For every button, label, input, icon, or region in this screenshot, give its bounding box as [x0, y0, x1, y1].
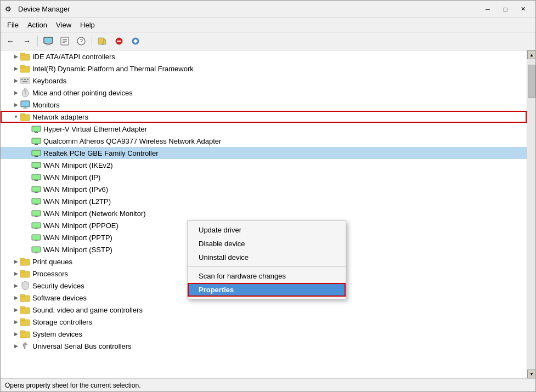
svg-rect-21 — [20, 78, 30, 83]
status-bar: Opens property sheet for the current sel… — [1, 378, 535, 391]
tree-item-qualcomm[interactable]: Qualcomm Atheros QCA9377 Wireless Networ… — [1, 135, 527, 147]
svg-rect-33 — [20, 113, 25, 116]
update-toolbar-button[interactable] — [128, 34, 143, 48]
expand-mice[interactable]: ▶ — [12, 88, 20, 97]
svg-rect-31 — [23, 108, 27, 109]
svg-rect-22 — [21, 79, 23, 80]
folder-icon-print — [20, 257, 30, 266]
device-tree[interactable]: ▶ IDE ATA/ATAPI controllers ▶ Intel(R) D… — [1, 50, 527, 378]
tree-item-mice[interactable]: ▶ Mice and other pointing devices — [1, 87, 527, 99]
svg-rect-55 — [32, 211, 41, 216]
network-device-icon-wan-ip — [31, 172, 41, 182]
svg-rect-37 — [32, 138, 41, 144]
svg-rect-68 — [20, 258, 25, 260]
disable-toolbar-button[interactable] — [111, 34, 127, 48]
svg-rect-45 — [35, 168, 38, 169]
svg-rect-64 — [32, 247, 41, 252]
tree-item-realtek[interactable]: Realtek PCIe GBE Family Controller — [1, 147, 527, 159]
close-button[interactable]: ✕ — [515, 4, 531, 15]
expand-security[interactable]: ▶ — [12, 281, 20, 290]
expand-storage[interactable]: ▶ — [12, 317, 20, 326]
maximize-button[interactable]: □ — [497, 4, 514, 15]
tree-item-wan-ip[interactable]: WAN Miniport (IP) — [1, 171, 527, 183]
forward-button[interactable]: → — [19, 34, 35, 48]
expand-ide-ata[interactable]: ▶ — [12, 52, 20, 61]
tree-item-network-adapters[interactable]: ▼ Network adapters — [1, 111, 527, 123]
folder-icon — [20, 52, 30, 61]
expand-monitors[interactable]: ▶ — [12, 100, 20, 109]
tree-item-wan-ikev2[interactable]: WAN Miniport (IKEv2) — [1, 159, 527, 171]
expand-keyboards[interactable]: ▶ — [12, 76, 20, 85]
ctx-properties[interactable]: Properties — [188, 283, 346, 297]
qualcomm-label: Qualcomm Atheros QCA9377 Wireless Networ… — [43, 137, 221, 145]
svg-rect-78 — [20, 331, 25, 333]
svg-rect-18 — [20, 53, 25, 55]
ctx-separator — [188, 266, 346, 267]
expand-network[interactable]: ▼ — [12, 112, 20, 121]
tree-item-sound[interactable]: ▶ Sound, video and game controllers — [1, 304, 527, 316]
network-device-icon-realtek — [31, 148, 41, 158]
network-device-icon-wan-ipv6 — [31, 184, 41, 194]
app-icon: ⚙ — [5, 5, 14, 14]
network-folder-icon — [20, 112, 30, 122]
processors-label: Processors — [32, 270, 68, 278]
svg-rect-11 — [104, 40, 106, 44]
svg-rect-42 — [35, 156, 38, 157]
svg-rect-43 — [32, 162, 41, 168]
network-device-icon-wan-sstp — [31, 245, 41, 254]
tree-item-ide-ata[interactable]: ▶ IDE ATA/ATAPI controllers — [1, 50, 527, 63]
tree-item-wan-nm[interactable]: WAN Miniport (Network Monitor) — [1, 207, 527, 219]
expand-processors[interactable]: ▶ — [12, 269, 20, 278]
help-toolbar-button[interactable]: ? — [74, 34, 89, 48]
svg-text:?: ? — [80, 38, 83, 44]
computer-button[interactable] — [41, 34, 56, 48]
scroll-thumb[interactable] — [528, 65, 535, 98]
wan-pptp-label: WAN Miniport (PPTP) — [43, 234, 112, 242]
realtek-label: Realtek PCIe GBE Family Controller — [43, 149, 159, 157]
folder-icon-intel — [20, 64, 30, 73]
properties-toolbar-button[interactable] — [57, 34, 72, 48]
keyboards-label: Keyboards — [32, 77, 66, 85]
tree-item-wan-l2tp[interactable]: WAN Miniport (L2TP) — [1, 195, 527, 207]
toolbar-separator-2 — [92, 36, 92, 47]
title-bar: ⚙ Device Manager ─ □ ✕ — [1, 1, 535, 18]
tree-item-usb[interactable]: ▶ Universal Serial Bus controllers — [1, 340, 527, 352]
tree-item-monitors[interactable]: ▶ Monitors — [1, 99, 527, 111]
back-button[interactable]: ← — [3, 34, 18, 48]
menu-file[interactable]: File — [3, 19, 23, 31]
wan-ip-label: WAN Miniport (IP) — [43, 173, 100, 181]
keyboard-icon — [20, 76, 30, 86]
scan-toolbar-button[interactable]: + — [95, 34, 110, 48]
scroll-up-button[interactable]: ▲ — [527, 50, 535, 59]
scroll-track[interactable] — [527, 59, 535, 370]
tree-item-system-devices[interactable]: ▶ System devices — [1, 328, 527, 340]
svg-rect-70 — [20, 270, 25, 272]
menu-bar: File Action View Help — [1, 18, 535, 32]
toolbar-separator-1 — [37, 36, 38, 47]
menu-view[interactable]: View — [52, 19, 76, 31]
ctx-scan-hardware[interactable]: Scan for hardware changes — [188, 269, 346, 283]
minimize-button[interactable]: ─ — [479, 4, 496, 15]
expand-sound[interactable]: ▶ — [12, 305, 20, 314]
wan-l2tp-label: WAN Miniport (L2TP) — [43, 197, 111, 206]
expand-usb[interactable]: ▶ — [12, 342, 20, 350]
menu-action[interactable]: Action — [23, 19, 52, 31]
expand-intel[interactable]: ▶ — [12, 64, 20, 73]
menu-help[interactable]: Help — [76, 19, 99, 31]
scroll-down-button[interactable]: ▼ — [527, 370, 535, 378]
expand-software[interactable]: ▶ — [12, 293, 20, 302]
svg-rect-25 — [22, 81, 27, 82]
tree-item-storage[interactable]: ▶ Storage controllers — [1, 316, 527, 328]
tree-item-keyboards[interactable]: ▶ Keyboards — [1, 75, 527, 87]
ctx-uninstall-device[interactable]: Uninstall device — [188, 251, 346, 264]
network-device-icon-wan-pppoe — [31, 220, 41, 230]
vertical-scrollbar[interactable]: ▲ ▼ — [527, 50, 535, 378]
tree-item-intel-dynamic[interactable]: ▶ Intel(R) Dynamic Platform and Thermal … — [1, 63, 527, 75]
expand-system[interactable]: ▶ — [12, 329, 20, 338]
expand-print[interactable]: ▶ — [12, 257, 20, 266]
ctx-update-driver[interactable]: Update driver — [188, 223, 346, 237]
tree-item-hyper-v[interactable]: Hyper-V Virtual Ethernet Adapter — [1, 123, 527, 135]
svg-marker-10 — [104, 38, 106, 40]
ctx-disable-device[interactable]: Disable device — [188, 237, 346, 251]
tree-item-wan-ipv6[interactable]: WAN Miniport (IPv6) — [1, 183, 527, 195]
